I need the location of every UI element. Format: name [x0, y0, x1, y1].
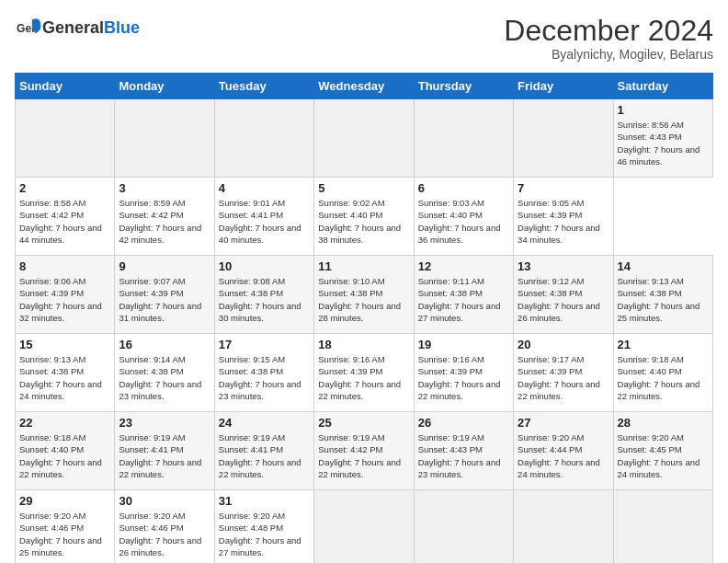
day-info: Sunrise: 9:13 AMSunset: 4:38 PMDaylight:… — [19, 353, 110, 402]
day-number: 7 — [518, 181, 609, 195]
day-number: 26 — [418, 416, 509, 430]
day-info: Sunrise: 9:16 AMSunset: 4:39 PMDaylight:… — [318, 353, 409, 402]
calendar-cell — [613, 490, 712, 563]
calendar-cell: 17Sunrise: 9:15 AMSunset: 4:38 PMDayligh… — [214, 334, 313, 412]
calendar-cell: 15Sunrise: 9:13 AMSunset: 4:38 PMDayligh… — [16, 334, 115, 412]
calendar-cell: 11Sunrise: 9:10 AMSunset: 4:38 PMDayligh… — [314, 256, 414, 334]
day-info: Sunrise: 8:59 AMSunset: 4:42 PMDaylight:… — [119, 197, 210, 246]
day-info: Sunrise: 9:14 AMSunset: 4:38 PMDaylight:… — [119, 353, 210, 402]
day-info: Sunrise: 9:07 AMSunset: 4:39 PMDaylight:… — [119, 275, 210, 324]
day-info: Sunrise: 9:19 AMSunset: 4:43 PMDaylight:… — [418, 431, 509, 480]
calendar-cell: 2Sunrise: 8:58 AMSunset: 4:42 PMDaylight… — [16, 178, 115, 256]
calendar-cell: 1Sunrise: 8:56 AMSunset: 4:43 PMDaylight… — [613, 99, 712, 178]
calendar-cell: 23Sunrise: 9:19 AMSunset: 4:41 PMDayligh… — [115, 412, 214, 490]
calendar-cell: 6Sunrise: 9:03 AMSunset: 4:40 PMDaylight… — [414, 178, 513, 256]
location-subtitle: Byalynichy, Mogilev, Belarus — [504, 47, 713, 62]
day-header-wednesday: Wednesday — [314, 74, 414, 99]
day-number: 1 — [618, 103, 709, 117]
day-info: Sunrise: 9:18 AMSunset: 4:40 PMDaylight:… — [618, 353, 709, 402]
logo: Gen GeneralBlue — [15, 15, 140, 40]
day-number: 31 — [219, 494, 310, 508]
day-number: 3 — [119, 181, 210, 195]
calendar-cell: 29Sunrise: 9:20 AMSunset: 4:46 PMDayligh… — [16, 490, 115, 563]
day-number: 16 — [119, 338, 210, 351]
day-number: 23 — [119, 416, 210, 430]
logo-blue: Blue — [104, 18, 140, 37]
day-info: Sunrise: 8:56 AMSunset: 4:43 PMDaylight:… — [618, 119, 709, 167]
day-number: 9 — [119, 259, 210, 273]
day-number: 20 — [518, 338, 609, 351]
day-info: Sunrise: 9:18 AMSunset: 4:40 PMDaylight:… — [19, 431, 110, 480]
day-number: 6 — [418, 181, 509, 195]
day-info: Sunrise: 9:16 AMSunset: 4:39 PMDaylight:… — [418, 353, 509, 402]
calendar-cell: 7Sunrise: 9:05 AMSunset: 4:39 PMDaylight… — [514, 178, 613, 256]
day-number: 5 — [318, 181, 409, 195]
day-info: Sunrise: 9:19 AMSunset: 4:41 PMDaylight:… — [119, 431, 210, 480]
calendar-cell: 19Sunrise: 9:16 AMSunset: 4:39 PMDayligh… — [414, 334, 513, 412]
calendar-cell: 3Sunrise: 8:59 AMSunset: 4:42 PMDaylight… — [115, 178, 214, 256]
title-block: December 2024 Byalynichy, Mogilev, Belar… — [504, 15, 713, 62]
calendar-cell: 31Sunrise: 9:20 AMSunset: 4:48 PMDayligh… — [214, 490, 313, 563]
calendar-cell: 22Sunrise: 9:18 AMSunset: 4:40 PMDayligh… — [16, 412, 115, 490]
day-number: 4 — [219, 181, 310, 195]
day-info: Sunrise: 9:05 AMSunset: 4:39 PMDaylight:… — [518, 197, 609, 246]
day-number: 21 — [618, 338, 709, 351]
day-number: 2 — [19, 181, 110, 195]
calendar-cell: 30Sunrise: 9:20 AMSunset: 4:46 PMDayligh… — [115, 490, 214, 563]
logo-general: General — [42, 18, 104, 37]
page: Gen GeneralBlue December 2024 Byalynichy… — [0, 0, 728, 563]
month-title: December 2024 — [504, 15, 713, 47]
calendar-cell: 4Sunrise: 9:01 AMSunset: 4:41 PMDaylight… — [214, 178, 313, 256]
day-number: 10 — [219, 259, 310, 273]
calendar-cell — [514, 490, 613, 563]
day-info: Sunrise: 9:06 AMSunset: 4:39 PMDaylight:… — [19, 275, 110, 324]
calendar-cell — [514, 99, 613, 178]
calendar-cell: 20Sunrise: 9:17 AMSunset: 4:39 PMDayligh… — [514, 334, 613, 412]
calendar-cell: 21Sunrise: 9:18 AMSunset: 4:40 PMDayligh… — [613, 334, 712, 412]
day-info: Sunrise: 9:02 AMSunset: 4:40 PMDaylight:… — [318, 197, 409, 246]
calendar-cell: 28Sunrise: 9:20 AMSunset: 4:45 PMDayligh… — [613, 412, 712, 490]
day-number: 24 — [219, 416, 310, 430]
day-number: 13 — [518, 259, 609, 273]
day-number: 28 — [618, 416, 709, 430]
day-header-saturday: Saturday — [613, 74, 712, 99]
calendar-cell: 27Sunrise: 9:20 AMSunset: 4:44 PMDayligh… — [514, 412, 613, 490]
day-number: 15 — [19, 338, 110, 351]
calendar-cell — [16, 99, 115, 178]
calendar-cell — [414, 490, 513, 563]
calendar-cell: 8Sunrise: 9:06 AMSunset: 4:39 PMDaylight… — [16, 256, 115, 334]
day-info: Sunrise: 9:03 AMSunset: 4:40 PMDaylight:… — [418, 197, 509, 246]
day-info: Sunrise: 9:01 AMSunset: 4:41 PMDaylight:… — [219, 197, 310, 246]
day-number: 30 — [119, 494, 210, 508]
day-info: Sunrise: 9:20 AMSunset: 4:45 PMDaylight:… — [618, 431, 709, 480]
day-number: 14 — [618, 259, 709, 273]
calendar-cell: 5Sunrise: 9:02 AMSunset: 4:40 PMDaylight… — [314, 178, 414, 256]
calendar-cell: 10Sunrise: 9:08 AMSunset: 4:38 PMDayligh… — [214, 256, 313, 334]
calendar-cell: 26Sunrise: 9:19 AMSunset: 4:43 PMDayligh… — [414, 412, 513, 490]
calendar-cell — [314, 99, 414, 178]
day-info: Sunrise: 9:19 AMSunset: 4:42 PMDaylight:… — [318, 431, 409, 480]
calendar-cell — [115, 99, 214, 178]
day-info: Sunrise: 9:08 AMSunset: 4:38 PMDaylight:… — [219, 275, 310, 324]
calendar-cell: 24Sunrise: 9:19 AMSunset: 4:41 PMDayligh… — [214, 412, 313, 490]
calendar-cell: 25Sunrise: 9:19 AMSunset: 4:42 PMDayligh… — [314, 412, 414, 490]
calendar-cell — [414, 99, 513, 178]
day-number: 19 — [418, 338, 509, 351]
day-info: Sunrise: 9:19 AMSunset: 4:41 PMDaylight:… — [219, 431, 310, 480]
calendar-cell — [314, 490, 414, 563]
day-number: 18 — [318, 338, 409, 351]
day-header-sunday: Sunday — [16, 74, 115, 99]
day-info: Sunrise: 9:20 AMSunset: 4:44 PMDaylight:… — [518, 431, 609, 480]
day-info: Sunrise: 9:20 AMSunset: 4:46 PMDaylight:… — [119, 510, 210, 558]
day-info: Sunrise: 9:20 AMSunset: 4:46 PMDaylight:… — [19, 510, 110, 558]
day-number: 22 — [19, 416, 110, 430]
day-header-tuesday: Tuesday — [214, 74, 313, 99]
header: Gen GeneralBlue December 2024 Byalynichy… — [15, 15, 713, 62]
day-number: 27 — [518, 416, 609, 430]
calendar-cell: 14Sunrise: 9:13 AMSunset: 4:38 PMDayligh… — [613, 256, 712, 334]
day-number: 11 — [318, 259, 409, 273]
day-info: Sunrise: 9:20 AMSunset: 4:48 PMDaylight:… — [219, 510, 310, 558]
day-info: Sunrise: 9:12 AMSunset: 4:38 PMDaylight:… — [518, 275, 609, 324]
day-header-friday: Friday — [514, 74, 613, 99]
day-info: Sunrise: 9:11 AMSunset: 4:38 PMDaylight:… — [418, 275, 509, 324]
